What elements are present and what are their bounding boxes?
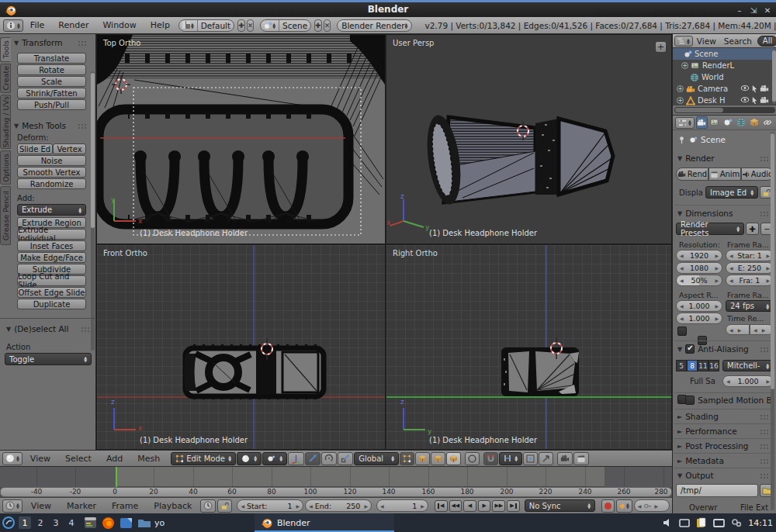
screen-layout-selector[interactable]: Default	[178, 19, 234, 32]
timeline-track[interactable]	[0, 467, 672, 487]
tab-constraints[interactable]	[762, 116, 774, 129]
resolution-y-field[interactable]: 1080	[676, 262, 722, 274]
tool-shelf-scrollbar-thumb[interactable]	[91, 73, 95, 228]
offset-edge-slide-button[interactable]: Offset Edge Slide	[17, 287, 86, 298]
delete-layout-button[interactable]: ✕	[247, 19, 255, 32]
jump-to-end-button[interactable]: ▶	[507, 500, 520, 512]
mode-dropdown[interactable]: Edit Mode	[171, 452, 236, 465]
editor-type-button[interactable]	[675, 117, 695, 129]
transform-orientation-dropdown[interactable]: Global	[354, 452, 399, 465]
timeline-scrollbar[interactable]	[0, 487, 672, 497]
outliner-scrollbar-thumb[interactable]	[772, 50, 776, 102]
keying-set-dropdown[interactable]: ◆	[616, 499, 632, 513]
menu-view[interactable]: View	[23, 454, 57, 464]
slide-edge-button[interactable]: Slide Ed	[17, 143, 53, 154]
viewport-front-ortho[interactable]: Front Ortho z x (1) Desk Headphone Holde…	[96, 244, 386, 450]
properties-scrollbar-thumb[interactable]	[771, 133, 774, 389]
outliner-hscrollbar-thumb[interactable]	[675, 108, 723, 112]
jump-to-start-button[interactable]: ◀	[435, 500, 448, 512]
snap-element-dropdown[interactable]	[499, 452, 522, 465]
menu-marker[interactable]: Marker	[60, 501, 103, 511]
minimize-button[interactable]: –	[734, 6, 745, 16]
display-filter-dropdown[interactable]: All	[757, 36, 776, 47]
snap-toggle-button[interactable]	[483, 452, 498, 465]
cursor-select-icon[interactable]	[751, 85, 758, 93]
panel-grip[interactable]	[81, 326, 91, 332]
preview-range-button[interactable]	[200, 499, 216, 513]
rotate-manipulator-button[interactable]	[321, 452, 337, 465]
scale-button[interactable]: Scale	[17, 76, 86, 87]
panel-grip[interactable]	[760, 347, 770, 352]
motion-blur-checkbox[interactable]	[685, 396, 695, 405]
menu-add[interactable]: Add	[99, 454, 130, 464]
tab-create[interactable]: Create	[0, 64, 11, 93]
pivot-point-dropdown[interactable]	[262, 452, 287, 465]
tab-scene[interactable]	[722, 116, 734, 129]
panel-grip[interactable]	[760, 429, 770, 434]
editor-type-button[interactable]	[2, 499, 23, 513]
menu-mesh[interactable]: Mesh	[130, 454, 167, 464]
cursor-select-icon[interactable]	[751, 96, 758, 105]
workspace-1[interactable]: 1	[19, 516, 31, 529]
frame-step-field[interactable]: Fra: 1	[726, 275, 774, 286]
panel-header-mesh-tools[interactable]: ▼Mesh Tools	[14, 121, 66, 130]
duplicate-button[interactable]: Duplicate	[17, 299, 86, 309]
sync-dropdown[interactable]: No Sync	[525, 499, 595, 512]
add-layout-button[interactable]: ✚	[237, 19, 245, 32]
tab-grease-pencil[interactable]: Grease Pencil	[0, 186, 11, 245]
display-dropdown[interactable]: Image Ed	[705, 186, 758, 199]
restore-button[interactable]: ⇲	[748, 6, 759, 16]
folder-window-icon[interactable]	[137, 517, 151, 528]
rotate-button[interactable]: Rotate	[17, 64, 86, 75]
editor-type-button[interactable]	[2, 452, 23, 465]
panel-header-transform[interactable]: ▼Transform	[14, 38, 62, 47]
panel-grip[interactable]	[760, 156, 770, 161]
volume-icon[interactable]	[663, 518, 673, 527]
render-presets-dropdown[interactable]: Render Presets	[676, 223, 744, 235]
outliner-item-renderlayers[interactable]: + RenderL	[673, 60, 776, 71]
breadcrumb-label[interactable]: Scene	[701, 135, 726, 144]
lock-time-button[interactable]	[217, 499, 232, 513]
frame-end-field[interactable]: E: 250	[726, 262, 774, 274]
editor-type-button[interactable]	[674, 36, 693, 47]
panel-grip[interactable]	[760, 211, 770, 216]
tab-options[interactable]: Options	[0, 150, 11, 185]
menu-playback[interactable]: Playback	[147, 501, 199, 511]
limit-to-visible-button[interactable]	[446, 452, 461, 465]
fps-dropdown[interactable]: 24 fps	[726, 300, 774, 312]
menu-search[interactable]: Search	[720, 36, 756, 46]
viewport-user-persp[interactable]: User Persp + z y x (1) Desk Headphone Ho…	[386, 34, 672, 244]
menu-window[interactable]: Window	[95, 20, 143, 30]
folder-window-label[interactable]: yo	[154, 518, 165, 528]
panel-grip[interactable]	[760, 414, 770, 420]
menu-view[interactable]: View	[24, 501, 58, 511]
menu-file[interactable]: File	[23, 20, 51, 30]
menu-frame[interactable]: Frame	[105, 501, 145, 511]
add-scene-button[interactable]: ✚	[314, 19, 322, 32]
screen-layout-name[interactable]: Default	[198, 20, 234, 31]
panel-header-dimensions[interactable]: ▼Dimensions	[677, 209, 733, 218]
render-button[interactable]: Rend	[676, 168, 708, 181]
render-opengl-anim-button[interactable]	[573, 452, 589, 465]
render-animation-button[interactable]: Anim	[708, 168, 741, 181]
play-reverse-button[interactable]: ◀	[463, 500, 476, 512]
sync-gears-icon[interactable]	[731, 518, 742, 527]
outliner-item-camera[interactable]: + Camera	[673, 83, 776, 95]
render-engine-selector[interactable]: Blender Render	[337, 19, 412, 32]
extrude-dropdown[interactable]: Extrude	[17, 204, 86, 216]
translate-manipulator-button[interactable]	[305, 452, 320, 465]
snap-target-button[interactable]	[523, 452, 538, 465]
viewport-right-ortho[interactable]: Right Ortho z y (1) Desk Headphone Holde…	[386, 244, 672, 450]
clipboard-icon[interactable]	[696, 517, 707, 528]
display-icon[interactable]	[713, 519, 725, 527]
aa-samples-5[interactable]: 5	[676, 360, 687, 371]
push-pull-button[interactable]: Push/Pull	[17, 99, 86, 110]
vertex-select-mode-button[interactable]	[400, 452, 414, 465]
workspace-2[interactable]: 2	[34, 516, 47, 529]
expand-icon[interactable]: +	[677, 85, 684, 92]
panel-header-anti-aliasing[interactable]: ▼Anti-Aliasing	[677, 344, 749, 354]
tab-render[interactable]	[696, 116, 708, 129]
active-keying-set-field[interactable]	[634, 499, 670, 512]
viewport-top-ortho[interactable]: Top Ortho y x (1) Desk Headphone Holder	[96, 34, 386, 244]
panel-header-render[interactable]: ▼Render	[677, 154, 715, 163]
